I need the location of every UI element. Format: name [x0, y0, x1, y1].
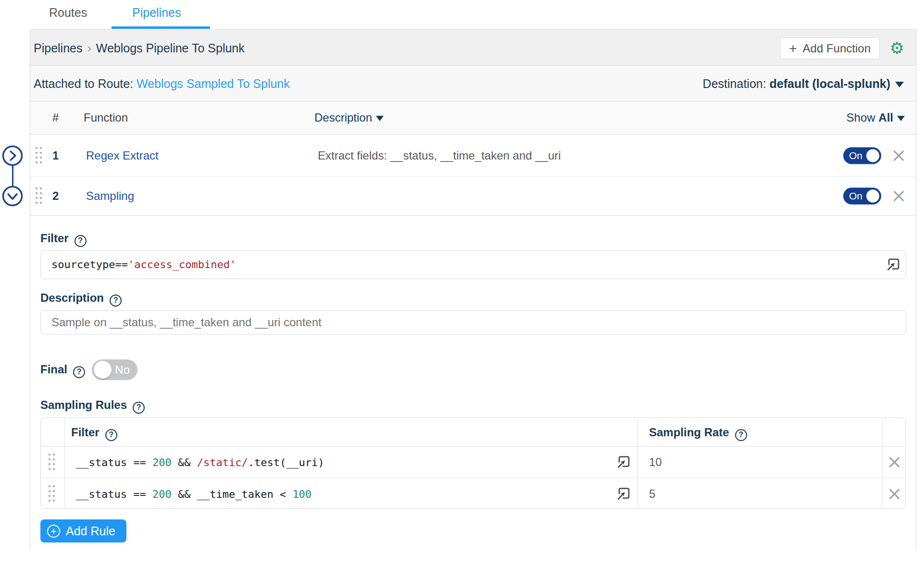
filter-expression-input[interactable]: sourcetype=='access_combined'	[40, 250, 906, 279]
plus-circle-icon: +	[47, 525, 60, 538]
function-index: 2	[52, 189, 59, 203]
column-function: Function	[84, 111, 128, 124]
rules-filter-column: Filter?	[71, 426, 117, 441]
rules-table-header: Filter? Sampling Rate?	[41, 418, 905, 446]
sampling-rules-table: Filter? Sampling Rate? __status == 200 &…	[40, 418, 906, 509]
tab-pipelines[interactable]: Pipelines	[132, 6, 181, 20]
remove-rule-icon[interactable]	[888, 456, 900, 468]
collapse-row2-icon[interactable]	[2, 185, 23, 207]
function-link-regex-extract[interactable]: Regex Extract	[86, 149, 159, 162]
show-caret-icon	[897, 116, 905, 121]
show-filter[interactable]: Show All	[847, 111, 905, 124]
drag-handle[interactable]	[35, 147, 43, 165]
tab-routes[interactable]: Routes	[49, 6, 87, 20]
function-index: 1	[52, 149, 59, 162]
sampling-rate-value[interactable]: 10	[649, 456, 662, 469]
rules-rate-column: Sampling Rate?	[649, 426, 747, 441]
filter-label: Filter?	[40, 232, 87, 247]
rules-rate-help-icon[interactable]: ?	[735, 429, 747, 441]
pipeline-panel: Pipelines›Weblogs Pipeline To Splunk + A…	[30, 29, 916, 550]
column-description[interactable]: Description	[314, 111, 384, 124]
description-help-icon[interactable]: ?	[110, 295, 122, 307]
functions-table-header: # Function Description Show All	[30, 101, 916, 135]
attached-route-bar: Attached to Route: Weblogs Sampled To Sp…	[30, 66, 916, 101]
rules-filter-help-icon[interactable]: ?	[105, 429, 117, 441]
sampling-rule-row: __status == 200 && __time_taken < 100 5	[41, 478, 905, 509]
breadcrumb-separator: ›	[82, 41, 96, 55]
breadcrumb-pipelines[interactable]: Pipelines	[34, 41, 82, 55]
final-help-icon[interactable]: ?	[73, 366, 85, 378]
function-row-sampling: 2 Sampling On	[30, 177, 916, 216]
function-description: Extract fields: __status, __time_taken a…	[318, 149, 561, 162]
final-toggle[interactable]: No	[92, 359, 137, 380]
sampling-rules-label: Sampling Rules?	[40, 398, 145, 414]
remove-rule-icon[interactable]	[888, 488, 900, 500]
function-row-regex-extract: 1 Regex Extract Extract fields: __status…	[30, 135, 916, 177]
drag-handle[interactable]	[48, 453, 56, 471]
toggle-knob	[866, 149, 879, 162]
drag-handle[interactable]	[48, 485, 56, 503]
pipeline-header-bar: Pipelines›Weblogs Pipeline To Splunk + A…	[30, 30, 916, 66]
attached-route-label: Attached to Route:	[34, 77, 133, 90]
plus-icon: +	[789, 41, 797, 56]
remove-function-icon[interactable]	[893, 150, 904, 161]
active-tab-underline	[112, 26, 210, 29]
function-on-toggle[interactable]: On	[843, 188, 881, 205]
final-label: Final?	[40, 363, 85, 378]
description-input[interactable]: Sample on __status, __time_taken and __u…	[40, 310, 906, 334]
toggle-knob	[866, 190, 879, 203]
final-toggle-value: No	[115, 363, 130, 377]
expand-editor-icon[interactable]	[886, 258, 900, 272]
description-label: Description?	[40, 291, 122, 307]
breadcrumb-current: Weblogs Pipeline To Splunk	[96, 41, 245, 55]
sampling-rule-row: __status == 200 && /static/.test(__uri) …	[41, 446, 905, 478]
expand-editor-icon[interactable]	[616, 455, 631, 469]
gutter-connector-line	[12, 166, 13, 187]
sampling-rate-value[interactable]: 5	[649, 487, 655, 501]
expand-editor-icon[interactable]	[616, 486, 631, 501]
sampling-function-editor: Filter? sourcetype=='access_combined' De…	[30, 216, 916, 550]
function-link-sampling[interactable]: Sampling	[86, 189, 134, 203]
column-number: #	[52, 111, 59, 124]
attached-route-link[interactable]: Weblogs Sampled To Splunk	[137, 77, 290, 90]
add-rule-button[interactable]: + Add Rule	[40, 519, 126, 542]
destination-caret-icon[interactable]	[895, 82, 904, 87]
remove-function-icon[interactable]	[893, 190, 904, 202]
gear-icon[interactable]: ⚙	[890, 39, 904, 57]
description-sort-caret-icon	[376, 116, 384, 121]
breadcrumb: Pipelines›Weblogs Pipeline To Splunk	[34, 41, 245, 55]
drag-handle[interactable]	[35, 187, 43, 205]
add-function-button[interactable]: + Add Function	[780, 37, 880, 59]
function-on-toggle[interactable]: On	[843, 147, 881, 164]
sampling-rules-help-icon[interactable]: ?	[133, 402, 145, 414]
collapse-row1-icon[interactable]	[2, 145, 23, 166]
destination-label: Destination:	[703, 77, 766, 90]
filter-help-icon[interactable]: ?	[75, 235, 87, 247]
toggle-knob	[94, 361, 112, 379]
destination-value[interactable]: default (local-splunk)	[770, 77, 890, 90]
